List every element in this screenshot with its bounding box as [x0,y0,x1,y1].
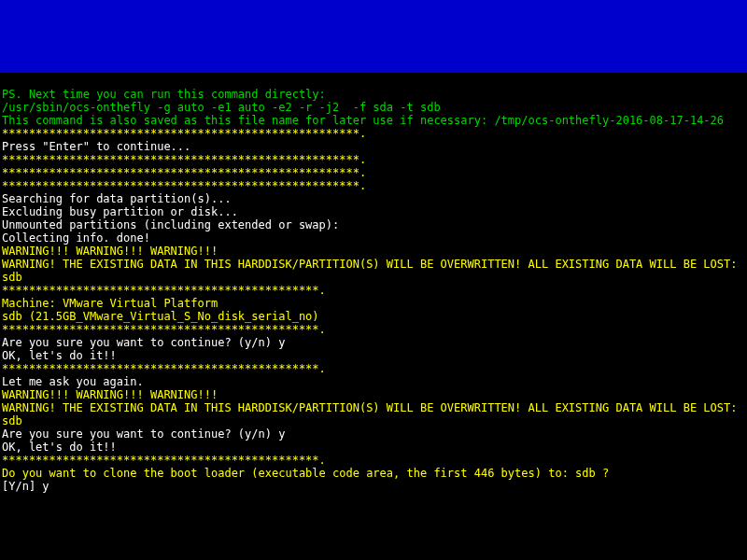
prompt-input[interactable]: [Y/n] y [2,480,49,493]
text-stars: ****************************************… [2,284,326,297]
text-stars: ****************************************… [2,166,366,179]
text-saved-as: This command is also saved as this file … [2,114,724,127]
text-warning-overwrite: WARNING! THE EXISTING DATA IN THIS HARDD… [2,401,744,427]
text-are-you-sure: Are you sure you want to continue? (y/n)… [2,427,285,441]
text-ok: OK, let's do it!! [2,441,117,454]
text-ps-next-time: PS. Next time you can run this command d… [2,88,326,101]
text-are-you-sure: Are you sure you want to continue? (y/n)… [2,336,285,349]
terminal-output[interactable]: PS. Next time you can run this command d… [0,73,747,495]
text-stars: ****************************************… [2,454,326,467]
text-excluding: Excluding busy partition or disk... [2,205,238,218]
text-stars: ****************************************… [2,127,366,140]
text-searching: Searching for data partition(s)... [2,192,232,205]
text-ok: OK, let's do it!! [2,349,117,362]
text-collecting: Collecting info. done! [2,231,150,245]
text-ask-again: Let me ask you again. [2,375,144,388]
text-stars: ****************************************… [2,323,326,336]
text-machine: Machine: VMware Virtual Platform [2,297,218,310]
text-clone-boot-question: Do you want to clone the boot loader (ex… [2,467,609,480]
text-command: /usr/sbin/ocs-onthefly -g auto -e1 auto … [2,101,441,114]
text-press-enter: Press "Enter" to continue... [2,140,190,153]
text-unmounted: Unmounted partitions (including extended… [2,218,339,231]
text-warning-triple: WARNING!!! WARNING!!! WARNING!!! [2,245,218,258]
text-warning-overwrite: WARNING! THE EXISTING DATA IN THIS HARDD… [2,258,744,284]
top-banner [0,0,747,73]
text-stars: ****************************************… [2,153,366,166]
text-warning-triple: WARNING!!! WARNING!!! WARNING!!! [2,388,218,401]
text-sdb-info: sdb (21.5GB_VMware_Virtual_S_No_disk_ser… [2,310,319,323]
text-stars: ****************************************… [2,179,366,192]
text-stars: ****************************************… [2,362,326,375]
